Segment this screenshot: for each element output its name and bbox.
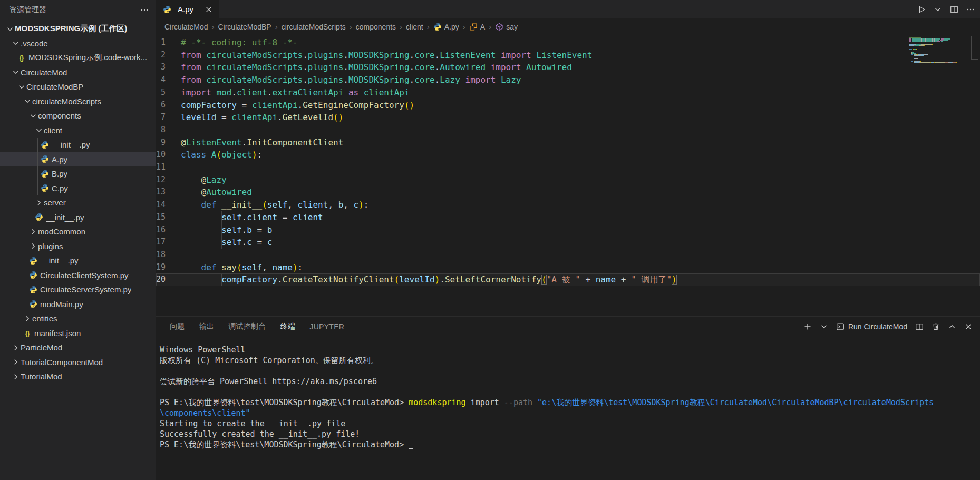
python-file-icon bbox=[40, 170, 49, 178]
tree-folder-plugins[interactable]: plugins bbox=[0, 239, 156, 254]
code-line-16[interactable]: 16 self.b = b bbox=[156, 224, 980, 237]
terminal-launch-dropdown-icon[interactable] bbox=[820, 322, 828, 331]
tree-file-circulateserversystem-py[interactable]: CirculateServerSystem.py bbox=[0, 282, 156, 297]
code-line-11[interactable]: 11 bbox=[156, 161, 980, 174]
breadcrumb-item-components[interactable]: components bbox=[356, 23, 396, 31]
json-file-icon: {} bbox=[23, 329, 32, 337]
tree-file-modmain-py[interactable]: modMain.py bbox=[0, 297, 156, 312]
maximize-panel-icon[interactable] bbox=[948, 322, 956, 331]
code-line-9[interactable]: 9@ListenEvent.InitComponentClient bbox=[156, 136, 980, 149]
breadcrumb-separator: › bbox=[275, 22, 278, 31]
breadcrumb-item-a[interactable]: A bbox=[469, 23, 485, 31]
run-dropdown-icon[interactable] bbox=[934, 5, 942, 14]
code-line-1[interactable]: 1# -*- coding: utf-8 -*- bbox=[156, 36, 980, 49]
tree-file-circulateclientsystem-py[interactable]: CirculateClientSystem.py bbox=[0, 268, 156, 283]
terminal-instance-select[interactable]: Run CirculateMod bbox=[836, 322, 907, 331]
breadcrumb-item-say[interactable]: say bbox=[495, 23, 518, 31]
breadcrumb-item-circulatemodbp[interactable]: CirculateModBP bbox=[218, 23, 271, 31]
tree-folder-server[interactable]: server bbox=[0, 195, 156, 210]
code-line-14[interactable]: 14 def __init__(self, client, b, c): bbox=[156, 199, 980, 211]
close-panel-icon[interactable] bbox=[964, 322, 973, 331]
tree-file-a-py[interactable]: A.py bbox=[0, 152, 156, 167]
tree-folder-entities[interactable]: entities bbox=[0, 311, 156, 326]
split-terminal-icon[interactable] bbox=[915, 322, 924, 331]
python-file-icon bbox=[28, 286, 37, 294]
explorer-more-icon[interactable] bbox=[140, 6, 149, 14]
tree-folder-client[interactable]: client bbox=[0, 123, 156, 138]
chevron-right-icon bbox=[28, 228, 38, 236]
code-line-17[interactable]: 17 self.c = c bbox=[156, 236, 980, 249]
tree-folder-tutorialcomponentmod[interactable]: TutorialComponentMod bbox=[0, 355, 156, 370]
breadcrumb-item-circulatemodscripts[interactable]: circulateModScripts bbox=[282, 23, 346, 31]
code-line-7[interactable]: 7levelId = clientApi.GetLevelId() bbox=[156, 111, 980, 124]
tab-label: A.py bbox=[178, 5, 193, 14]
terminal-line: Successfully created the __init__.py fil… bbox=[160, 429, 980, 439]
tree-folder-circulatemodscripts[interactable]: circulateModScripts bbox=[0, 94, 156, 109]
tree-indent-guide bbox=[37, 138, 38, 195]
tree-file-init-py[interactable]: __init__.py bbox=[0, 138, 156, 152]
kill-terminal-icon[interactable] bbox=[932, 322, 940, 331]
python-file-icon bbox=[28, 300, 37, 308]
tree-file-init-py[interactable]: __init__.py bbox=[0, 253, 156, 268]
tree-file-init-py[interactable]: __init__.py bbox=[0, 210, 156, 225]
breadcrumb-item-circulatemod[interactable]: CirculateMod bbox=[164, 23, 208, 31]
code-line-10[interactable]: 10class A(object): bbox=[156, 149, 980, 161]
code-line-20[interactable]: 20 compFactory.CreateTextNotifyClient(le… bbox=[156, 273, 980, 286]
tree-folder-circulatemodbp[interactable]: CirculateModBP bbox=[0, 80, 156, 94]
breadcrumb: CirculateMod›CirculateModBP›circulateMod… bbox=[156, 18, 980, 35]
code-line-13[interactable]: 13 @Autowired bbox=[156, 186, 980, 199]
code-line-4[interactable]: 4from circulateModScripts.plugins.MODSDK… bbox=[156, 74, 980, 86]
tree-file-b-py[interactable]: B.py bbox=[0, 166, 156, 181]
tree-file-modsdkspring-code-work[interactable]: {}MODSDKSpring示例.code-work... bbox=[0, 51, 156, 65]
tab-close-icon[interactable] bbox=[205, 5, 213, 14]
tree-folder-modcommon[interactable]: modCommon bbox=[0, 224, 156, 239]
tree-folder-tutorialmod[interactable]: TutorialMod bbox=[0, 369, 156, 384]
breadcrumb-separator: › bbox=[400, 22, 402, 31]
breadcrumb-separator: › bbox=[489, 22, 491, 31]
panel-tabs: 问题输出调试控制台终端JUPYTER bbox=[156, 317, 344, 336]
panel-tab-终端[interactable]: 终端 bbox=[280, 317, 296, 336]
minimap-slider[interactable] bbox=[971, 36, 978, 60]
code-line-19[interactable]: 19 def say(self, name): bbox=[156, 261, 980, 274]
tab-a-py[interactable]: A.py bbox=[156, 0, 219, 18]
terminal-line: PS E:\我的世界资料\test\MODSDKSpring教程\Circula… bbox=[160, 397, 980, 408]
chevron-right-icon bbox=[23, 315, 32, 323]
breadcrumb-item-a-py[interactable]: A.py bbox=[433, 23, 459, 31]
tree-folder-modsdkspring[interactable]: MODSDKSPRING示例 (工作区) bbox=[0, 22, 156, 36]
tree-folder-circulatemod[interactable]: CirculateMod bbox=[0, 65, 156, 80]
code-line-5[interactable]: 5import mod.client.extraClientApi as cli… bbox=[156, 86, 980, 99]
code-line-18[interactable]: 18 bbox=[156, 249, 980, 261]
chevron-down-icon bbox=[11, 39, 21, 47]
panel-tab-输出[interactable]: 输出 bbox=[199, 317, 215, 336]
chevron-down-icon bbox=[23, 97, 32, 105]
explorer-sidebar: 资源管理器 MODSDKSPRING示例 (工作区).vscode{}MODSD… bbox=[0, 0, 156, 480]
chevron-right-icon bbox=[28, 242, 38, 250]
panel-tab-调试控制台[interactable]: 调试控制台 bbox=[228, 317, 266, 336]
terminal-line: PS E:\我的世界资料\test\MODSDKSpring教程\Circula… bbox=[160, 439, 980, 450]
terminal-instance-label: Run CirculateMod bbox=[848, 322, 907, 331]
editor-actions bbox=[917, 0, 975, 18]
code-line-3[interactable]: 3from circulateModScripts.plugins.MODSDK… bbox=[156, 61, 980, 74]
terminal-output[interactable]: Windows PowerShell版权所有 (C) Microsoft Cor… bbox=[156, 336, 980, 480]
minimap[interactable] bbox=[909, 37, 972, 63]
panel-tab-jupyter[interactable]: JUPYTER bbox=[309, 317, 344, 336]
code-line-6[interactable]: 6compFactory = clientApi.GetEngineCompFa… bbox=[156, 99, 980, 112]
run-icon[interactable] bbox=[917, 5, 926, 14]
tree-folder-vscode[interactable]: .vscode bbox=[0, 36, 156, 51]
more-actions-icon[interactable] bbox=[966, 5, 975, 14]
code-line-15[interactable]: 15 self.client = client bbox=[156, 211, 980, 224]
panel-tab-问题[interactable]: 问题 bbox=[170, 317, 185, 336]
tree-file-c-py[interactable]: C.py bbox=[0, 181, 156, 196]
code-editor[interactable]: 1# -*- coding: utf-8 -*-2from circulateM… bbox=[156, 35, 980, 316]
split-editor-icon[interactable] bbox=[950, 5, 958, 14]
code-line-2[interactable]: 2from circulateModScripts.plugins.MODSDK… bbox=[156, 49, 980, 62]
chevron-right-icon bbox=[11, 373, 21, 381]
tree-file-manifest-json[interactable]: {}manifest.json bbox=[0, 326, 156, 341]
tree-folder-particlemod[interactable]: ParticleMod bbox=[0, 340, 156, 355]
breadcrumb-item-client[interactable]: client bbox=[406, 23, 423, 31]
code-line-12[interactable]: 12 @Lazy bbox=[156, 174, 980, 187]
code-line-8[interactable]: 8 bbox=[156, 124, 980, 136]
new-terminal-icon[interactable] bbox=[803, 322, 812, 331]
terminal-cursor bbox=[409, 440, 413, 449]
tree-folder-components[interactable]: components bbox=[0, 109, 156, 123]
